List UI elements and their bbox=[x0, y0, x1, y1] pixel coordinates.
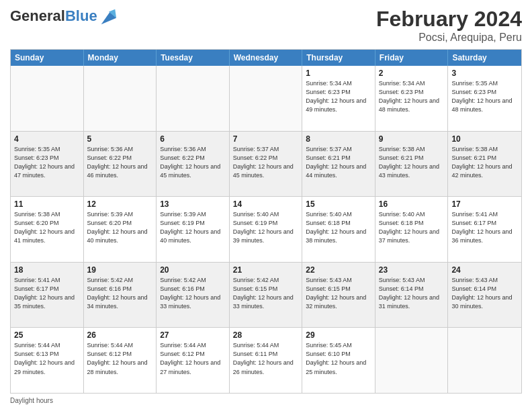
calendar-cell: 11Sunrise: 5:38 AMSunset: 6:20 PMDayligh… bbox=[11, 197, 84, 262]
calendar-header: SundayMondayTuesdayWednesdayThursdayFrid… bbox=[11, 50, 521, 66]
day-number: 21 bbox=[233, 265, 299, 275]
calendar-cell: 2Sunrise: 5:34 AMSunset: 6:23 PMDaylight… bbox=[375, 66, 449, 131]
day-info: Sunrise: 5:38 AMSunset: 6:21 PMDaylight:… bbox=[379, 145, 445, 180]
day-info: Sunrise: 5:40 AMSunset: 6:18 PMDaylight:… bbox=[306, 210, 371, 245]
day-info: Sunrise: 5:44 AMSunset: 6:12 PMDaylight:… bbox=[160, 341, 226, 376]
calendar-cell: 27Sunrise: 5:44 AMSunset: 6:12 PMDayligh… bbox=[157, 328, 230, 393]
calendar-header-cell: Saturday bbox=[448, 50, 521, 66]
calendar-row: 1Sunrise: 5:34 AMSunset: 6:23 PMDaylight… bbox=[11, 66, 521, 132]
day-number: 9 bbox=[379, 134, 445, 144]
day-number: 22 bbox=[306, 265, 371, 275]
subtitle: Pocsi, Arequipa, Peru bbox=[376, 32, 522, 44]
calendar-cell: 14Sunrise: 5:40 AMSunset: 6:19 PMDayligh… bbox=[230, 197, 303, 262]
day-number: 15 bbox=[306, 199, 371, 209]
day-info: Sunrise: 5:43 AMSunset: 6:14 PMDaylight:… bbox=[379, 276, 445, 311]
calendar-row: 18Sunrise: 5:41 AMSunset: 6:17 PMDayligh… bbox=[11, 263, 521, 328]
calendar-cell: 15Sunrise: 5:40 AMSunset: 6:18 PMDayligh… bbox=[302, 197, 375, 262]
calendar-cell: 16Sunrise: 5:40 AMSunset: 6:18 PMDayligh… bbox=[375, 197, 449, 262]
calendar-cell: 24Sunrise: 5:43 AMSunset: 6:14 PMDayligh… bbox=[448, 263, 521, 328]
day-number: 12 bbox=[87, 199, 153, 209]
day-info: Sunrise: 5:42 AMSunset: 6:16 PMDaylight:… bbox=[160, 276, 226, 311]
day-number: 3 bbox=[451, 68, 518, 78]
calendar-row: 4Sunrise: 5:35 AMSunset: 6:23 PMDaylight… bbox=[11, 132, 521, 197]
calendar-header-cell: Wednesday bbox=[230, 50, 303, 66]
day-number: 5 bbox=[87, 134, 153, 144]
day-number: 14 bbox=[233, 199, 299, 209]
day-number: 10 bbox=[451, 134, 518, 144]
calendar-cell: 28Sunrise: 5:44 AMSunset: 6:11 PMDayligh… bbox=[230, 328, 303, 393]
main-title: February 2024 bbox=[376, 7, 522, 32]
calendar-cell bbox=[11, 66, 84, 131]
day-number: 18 bbox=[14, 265, 80, 275]
day-info: Sunrise: 5:44 AMSunset: 6:13 PMDaylight:… bbox=[14, 341, 80, 376]
calendar-cell bbox=[84, 66, 157, 131]
calendar-cell: 12Sunrise: 5:39 AMSunset: 6:20 PMDayligh… bbox=[84, 197, 157, 262]
day-number: 4 bbox=[14, 134, 80, 144]
day-info: Sunrise: 5:38 AMSunset: 6:20 PMDaylight:… bbox=[14, 210, 80, 245]
day-number: 24 bbox=[451, 265, 518, 275]
day-number: 28 bbox=[233, 330, 299, 340]
calendar-body: 1Sunrise: 5:34 AMSunset: 6:23 PMDaylight… bbox=[11, 66, 521, 393]
calendar-cell: 3Sunrise: 5:35 AMSunset: 6:23 PMDaylight… bbox=[448, 66, 521, 131]
day-number: 25 bbox=[14, 330, 80, 340]
calendar-cell: 21Sunrise: 5:42 AMSunset: 6:15 PMDayligh… bbox=[230, 263, 303, 328]
day-number: 27 bbox=[160, 330, 226, 340]
title-block: February 2024 Pocsi, Arequipa, Peru bbox=[376, 7, 522, 44]
calendar-cell: 7Sunrise: 5:37 AMSunset: 6:22 PMDaylight… bbox=[230, 132, 303, 197]
day-info: Sunrise: 5:35 AMSunset: 6:23 PMDaylight:… bbox=[451, 79, 518, 114]
day-info: Sunrise: 5:39 AMSunset: 6:20 PMDaylight:… bbox=[87, 210, 153, 245]
calendar-header-cell: Tuesday bbox=[157, 50, 230, 66]
day-info: Sunrise: 5:36 AMSunset: 6:22 PMDaylight:… bbox=[87, 145, 153, 180]
calendar-cell: 19Sunrise: 5:42 AMSunset: 6:16 PMDayligh… bbox=[84, 263, 157, 328]
footer: Daylight hours bbox=[10, 397, 522, 404]
calendar-cell bbox=[157, 66, 230, 131]
day-number: 13 bbox=[160, 199, 226, 209]
calendar-row: 11Sunrise: 5:38 AMSunset: 6:20 PMDayligh… bbox=[11, 197, 521, 263]
calendar-cell: 5Sunrise: 5:36 AMSunset: 6:22 PMDaylight… bbox=[84, 132, 157, 197]
day-number: 11 bbox=[14, 199, 80, 209]
calendar-header-cell: Sunday bbox=[11, 50, 84, 66]
day-info: Sunrise: 5:45 AMSunset: 6:10 PMDaylight:… bbox=[306, 341, 371, 376]
calendar-cell: 26Sunrise: 5:44 AMSunset: 6:12 PMDayligh… bbox=[84, 328, 157, 393]
calendar-cell: 29Sunrise: 5:45 AMSunset: 6:10 PMDayligh… bbox=[302, 328, 375, 393]
daylight-label: Daylight hours bbox=[10, 397, 53, 404]
day-number: 6 bbox=[160, 134, 226, 144]
day-info: Sunrise: 5:34 AMSunset: 6:23 PMDaylight:… bbox=[379, 79, 445, 114]
calendar-cell bbox=[230, 66, 303, 131]
calendar-cell: 10Sunrise: 5:38 AMSunset: 6:21 PMDayligh… bbox=[448, 132, 521, 197]
calendar-cell: 22Sunrise: 5:43 AMSunset: 6:15 PMDayligh… bbox=[302, 263, 375, 328]
day-number: 1 bbox=[306, 68, 371, 78]
calendar-cell: 17Sunrise: 5:41 AMSunset: 6:17 PMDayligh… bbox=[448, 197, 521, 262]
day-info: Sunrise: 5:44 AMSunset: 6:11 PMDaylight:… bbox=[233, 341, 299, 376]
calendar-cell: 8Sunrise: 5:37 AMSunset: 6:21 PMDaylight… bbox=[302, 132, 375, 197]
calendar: SundayMondayTuesdayWednesdayThursdayFrid… bbox=[10, 49, 522, 394]
calendar-cell bbox=[375, 328, 449, 393]
day-number: 17 bbox=[451, 199, 518, 209]
day-info: Sunrise: 5:37 AMSunset: 6:21 PMDaylight:… bbox=[306, 145, 371, 180]
calendar-header-cell: Monday bbox=[84, 50, 157, 66]
day-info: Sunrise: 5:36 AMSunset: 6:22 PMDaylight:… bbox=[160, 145, 226, 180]
calendar-cell: 13Sunrise: 5:39 AMSunset: 6:19 PMDayligh… bbox=[157, 197, 230, 262]
day-number: 23 bbox=[379, 265, 445, 275]
day-info: Sunrise: 5:41 AMSunset: 6:17 PMDaylight:… bbox=[14, 276, 80, 311]
day-info: Sunrise: 5:44 AMSunset: 6:12 PMDaylight:… bbox=[87, 341, 153, 376]
day-info: Sunrise: 5:40 AMSunset: 6:18 PMDaylight:… bbox=[379, 210, 445, 245]
day-info: Sunrise: 5:43 AMSunset: 6:15 PMDaylight:… bbox=[306, 276, 371, 311]
calendar-header-cell: Friday bbox=[375, 50, 449, 66]
day-info: Sunrise: 5:38 AMSunset: 6:21 PMDaylight:… bbox=[451, 145, 518, 180]
day-info: Sunrise: 5:35 AMSunset: 6:23 PMDaylight:… bbox=[14, 145, 80, 180]
calendar-cell: 20Sunrise: 5:42 AMSunset: 6:16 PMDayligh… bbox=[157, 263, 230, 328]
day-number: 19 bbox=[87, 265, 153, 275]
day-number: 26 bbox=[87, 330, 153, 340]
day-info: Sunrise: 5:40 AMSunset: 6:19 PMDaylight:… bbox=[233, 210, 299, 245]
logo: GeneralBlue bbox=[10, 7, 118, 26]
day-number: 16 bbox=[379, 199, 445, 209]
calendar-cell: 6Sunrise: 5:36 AMSunset: 6:22 PMDaylight… bbox=[157, 132, 230, 197]
calendar-cell: 4Sunrise: 5:35 AMSunset: 6:23 PMDaylight… bbox=[11, 132, 84, 197]
day-number: 20 bbox=[160, 265, 226, 275]
calendar-cell: 25Sunrise: 5:44 AMSunset: 6:13 PMDayligh… bbox=[11, 328, 84, 393]
logo-icon bbox=[99, 7, 118, 26]
day-info: Sunrise: 5:41 AMSunset: 6:17 PMDaylight:… bbox=[451, 210, 518, 245]
page: GeneralBlue February 2024 Pocsi, Arequip… bbox=[0, 0, 532, 411]
calendar-header-cell: Thursday bbox=[302, 50, 375, 66]
